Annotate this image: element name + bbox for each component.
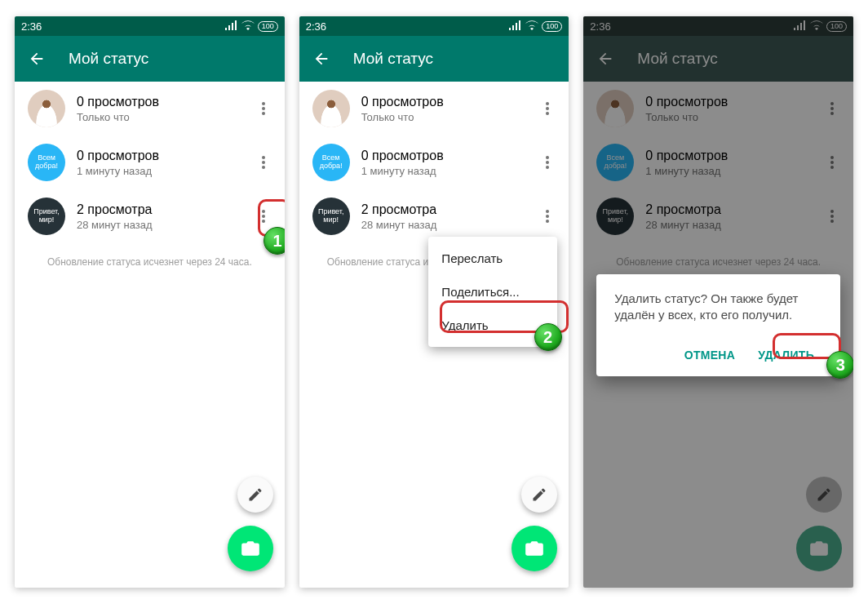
svg-point-5 <box>262 166 265 169</box>
status-item-title: 0 просмотров <box>361 95 534 109</box>
status-item-text: 0 просмотров 1 минуту назад <box>77 149 249 177</box>
status-item-title: 0 просмотров <box>361 149 534 163</box>
status-avatar-photo <box>312 90 350 127</box>
page-title: Мой статус <box>353 50 433 68</box>
status-item-text: 0 просмотров Только что <box>361 95 534 123</box>
wifi-icon <box>525 20 538 33</box>
step-badge-2: 2 <box>534 323 562 351</box>
step-badge-3: 3 <box>826 351 853 379</box>
dialog-delete-button[interactable]: УДАЛИТЬ <box>750 342 822 368</box>
status-item-title: 0 просмотров <box>77 95 249 109</box>
item-menu-button[interactable] <box>249 148 278 177</box>
back-icon[interactable] <box>28 50 46 68</box>
delete-dialog: Удалить статус? Он также будет удалён у … <box>596 274 840 376</box>
svg-point-17 <box>546 220 549 223</box>
phone-screen-2: 2:36 100 Мой статус 0 просмотров Только … <box>299 16 569 588</box>
app-bar: Мой статус <box>299 36 569 82</box>
status-avatar-blue: Всем добра! <box>28 144 65 181</box>
svg-point-1 <box>262 107 265 110</box>
status-item-subtitle: 28 минут назад <box>361 219 534 231</box>
status-item-subtitle: Только что <box>77 111 249 123</box>
status-time: 2:36 <box>306 20 505 33</box>
item-menu-button[interactable] <box>533 94 562 123</box>
avatar-text: Привет, мир! <box>28 208 65 224</box>
footer-note: Обновление статуса исчезнет через 24 час… <box>15 243 285 281</box>
svg-point-16 <box>546 215 549 218</box>
svg-point-12 <box>546 156 549 159</box>
status-avatar-dark: Привет, мир! <box>28 198 65 235</box>
status-item-text: 0 просмотров Только что <box>77 95 249 123</box>
camera-fab[interactable] <box>512 526 557 571</box>
svg-point-9 <box>546 102 549 105</box>
status-bar: 2:36 100 <box>15 16 285 36</box>
svg-point-8 <box>262 220 265 223</box>
step-badge-label: 1 <box>272 232 281 251</box>
edit-fab[interactable] <box>237 477 273 513</box>
app-bar: Мой статус <box>15 36 285 82</box>
item-menu-button[interactable] <box>533 202 562 231</box>
status-list: 0 просмотров Только что Всем добра! 0 пр… <box>15 82 285 243</box>
battery-pill: 100 <box>258 21 278 32</box>
edit-fab[interactable] <box>521 477 557 513</box>
signal-icon <box>509 20 520 33</box>
svg-point-0 <box>262 102 265 105</box>
status-item-subtitle: 1 минуту назад <box>361 165 534 177</box>
item-menu-button[interactable] <box>249 94 278 123</box>
dialog-message: Удалить статус? Он также будет удалён у … <box>614 291 822 324</box>
status-item[interactable]: Всем добра! 0 просмотров 1 минуту назад <box>15 135 285 189</box>
status-list: 0 просмотров Только что Всем добра! 0 пр… <box>299 82 569 243</box>
status-item-text: 0 просмотров 1 минуту назад <box>361 149 534 177</box>
menu-item-forward[interactable]: Переслать <box>428 242 557 275</box>
svg-point-11 <box>546 112 549 115</box>
avatar-text: Всем добра! <box>28 154 65 171</box>
wifi-icon <box>241 20 255 33</box>
svg-point-3 <box>262 156 265 159</box>
status-bar: 2:36 100 <box>299 16 569 36</box>
dialog-cancel-button[interactable]: ОТМЕНА <box>676 342 743 368</box>
status-avatar-dark: Привет, мир! <box>312 198 350 235</box>
status-item[interactable]: Всем добра! 0 просмотров 1 минуту назад <box>299 135 569 189</box>
svg-point-15 <box>546 210 549 213</box>
status-item-text: 2 просмотра 28 минут назад <box>77 202 249 231</box>
status-item[interactable]: Привет, мир! 2 просмотра 28 минут назад <box>299 189 569 243</box>
status-item[interactable]: Привет, мир! 2 просмотра 28 минут назад <box>15 189 285 243</box>
status-avatar-photo <box>28 90 65 127</box>
signal-icon <box>225 20 237 33</box>
step-badge-label: 3 <box>836 356 845 375</box>
svg-point-7 <box>262 215 265 218</box>
status-item-subtitle: 28 минут назад <box>77 219 249 231</box>
svg-point-14 <box>546 166 549 169</box>
item-menu-button[interactable] <box>533 148 562 177</box>
phone-screen-3: 2:36 100 Мой статус 0 просмотров Только … <box>583 16 853 588</box>
svg-point-2 <box>262 112 265 115</box>
avatar-text: Всем добра! <box>312 154 350 171</box>
avatar-text: Привет, мир! <box>312 208 350 224</box>
svg-point-4 <box>262 161 265 164</box>
svg-point-10 <box>546 107 549 110</box>
back-icon[interactable] <box>312 50 330 68</box>
status-item-title: 0 просмотров <box>77 149 249 163</box>
status-item-title: 2 просмотра <box>361 202 534 217</box>
camera-fab[interactable] <box>228 526 273 571</box>
status-item[interactable]: 0 просмотров Только что <box>15 82 285 135</box>
svg-point-6 <box>262 210 265 213</box>
status-time: 2:36 <box>21 20 220 33</box>
status-item-text: 2 просмотра 28 минут назад <box>361 202 534 231</box>
status-item[interactable]: 0 просмотров Только что <box>299 82 569 135</box>
step-badge-label: 2 <box>543 328 552 347</box>
menu-item-share[interactable]: Поделиться... <box>428 275 557 309</box>
battery-pill: 100 <box>542 21 562 32</box>
status-item-title: 2 просмотра <box>77 202 249 217</box>
phone-screen-1: 2:36 100 Мой статус 0 просмотров Только … <box>15 16 285 588</box>
dialog-button-row: ОТМЕНА УДАЛИТЬ <box>614 342 822 368</box>
status-item-subtitle: Только что <box>361 111 534 123</box>
status-avatar-blue: Всем добра! <box>312 144 350 181</box>
status-item-subtitle: 1 минуту назад <box>77 165 249 177</box>
svg-point-13 <box>546 161 549 164</box>
page-title: Мой статус <box>69 50 148 68</box>
